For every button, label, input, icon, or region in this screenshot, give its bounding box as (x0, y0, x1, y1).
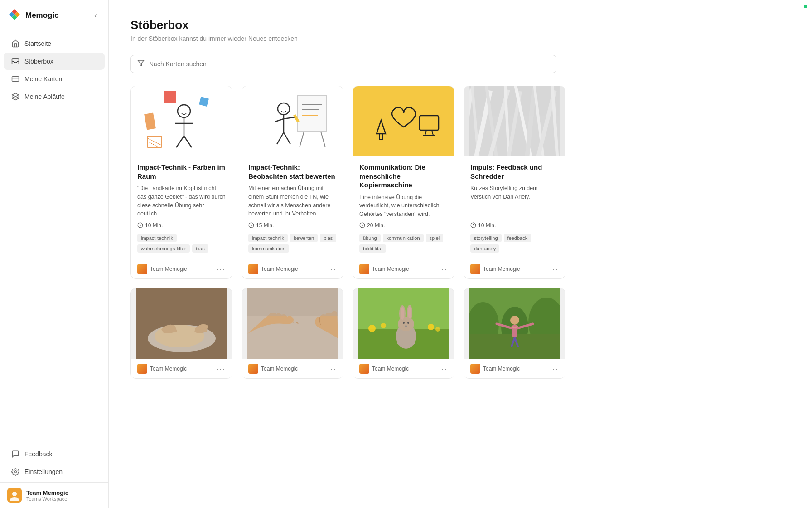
logo-area: Memogic (7, 8, 59, 23)
gear-icon (11, 467, 20, 476)
card-more-button-1[interactable]: ⋯ (216, 265, 226, 273)
card-author-1: Team Memogic (137, 264, 187, 274)
sidebar: Memogic ‹ Startseite Stöberbox (0, 0, 109, 508)
card-footer-6: Team Memogic ⋯ (242, 359, 343, 378)
tag: spiel (426, 234, 444, 242)
author-avatar-4 (470, 264, 480, 274)
card-body-1: Impact-Technik - Farben im Raum "Die Lan… (131, 156, 232, 259)
card-5[interactable]: Team Memogic ⋯ (130, 288, 232, 379)
card-3[interactable]: Kommunikation: Die menschliche Kopiermas… (353, 86, 454, 279)
card-duration-value-1: 10 Min. (145, 222, 163, 229)
card-title-2: Impact-Technik: Beobachten statt bewerte… (248, 163, 337, 181)
card-8[interactable]: Team Memogic ⋯ (464, 288, 566, 379)
author-avatar-3 (359, 264, 369, 274)
card-title-3: Kommunikation: Die menschliche Kopiermas… (359, 163, 448, 190)
memogic-logo-icon (7, 8, 22, 23)
user-profile[interactable]: Team Memogic Teams Workspace (0, 482, 108, 508)
card-image-4 (464, 86, 565, 156)
card-7[interactable]: Team Memogic ⋯ (353, 288, 454, 379)
sidebar-item-label: Einstellungen (24, 468, 63, 475)
card-more-button-5[interactable]: ⋯ (216, 365, 226, 373)
author-name-1: Team Memogic (150, 266, 187, 272)
card-desc-1: "Die Landkarte im Kopf ist nicht das gan… (137, 184, 226, 219)
sidebar-item-meine-karten[interactable]: Meine Karten (4, 70, 105, 88)
author-name-6: Team Memogic (261, 366, 298, 372)
svg-point-11 (12, 492, 17, 496)
card-body-4: Impuls: Feedback und Schredder Kurzes St… (464, 156, 565, 259)
tag: bias (192, 244, 208, 253)
card-4[interactable]: Impuls: Feedback und Schredder Kurzes St… (464, 86, 566, 279)
author-avatar-8 (470, 364, 480, 374)
collapse-sidebar-button[interactable]: ‹ (90, 10, 101, 21)
tag: dan-ariely (470, 244, 499, 253)
card-6[interactable]: Team Memogic ⋯ (242, 288, 343, 379)
tag: kommunikation (383, 234, 424, 242)
user-workspace: Teams Workspace (26, 496, 68, 502)
card-footer-5: Team Memogic ⋯ (131, 359, 232, 378)
card-more-button-2[interactable]: ⋯ (327, 265, 337, 273)
card-footer-7: Team Memogic ⋯ (353, 359, 454, 378)
clock-icon (248, 222, 254, 228)
filter-icon (137, 59, 145, 68)
page-subtitle: In der Stöberbox kannst du immer wieder … (130, 35, 790, 42)
sidebar-item-startseite[interactable]: Startseite (4, 35, 105, 52)
card-more-button-7[interactable]: ⋯ (438, 365, 448, 373)
card-author-6: Team Memogic (248, 364, 298, 374)
card-2[interactable]: Impact-Technik: Beobachten statt bewerte… (242, 86, 343, 279)
card-footer-8: Team Memogic ⋯ (464, 359, 565, 378)
card-footer-2: Team Memogic ⋯ (242, 259, 343, 278)
card-tags-1: impact-technik wahrnehmungs-filter bias (137, 234, 226, 253)
sidebar-item-label: Feedback (24, 450, 52, 458)
svg-point-93 (510, 316, 519, 325)
card-desc-4: Kurzes Storytelling zu dem Versuch von D… (470, 184, 559, 219)
sidebar-item-label: Stöberbox (24, 58, 53, 65)
card-1[interactable]: Impact-Technik - Farben im Raum "Die Lan… (130, 86, 232, 279)
card-body-2: Impact-Technik: Beobachten statt bewerte… (242, 156, 343, 259)
author-avatar-5 (137, 364, 147, 374)
svg-rect-28 (298, 96, 326, 131)
card-more-button-3[interactable]: ⋯ (438, 265, 448, 273)
sidebar-item-einstellungen[interactable]: Einstellungen (4, 463, 105, 480)
card-image-1 (131, 86, 232, 156)
card-author-5: Team Memogic (137, 364, 187, 374)
sidebar-item-stoberbox[interactable]: Stöberbox (4, 53, 105, 70)
tag: storytelling (470, 234, 502, 242)
card-title-4: Impuls: Feedback und Schredder (470, 163, 559, 181)
tag: wahrnehmungs-filter (137, 244, 190, 253)
card-duration-value-4: 10 Min. (478, 222, 496, 229)
card-title-1: Impact-Technik - Farben im Raum (137, 163, 226, 181)
svg-point-87 (408, 341, 415, 345)
home-icon (11, 39, 20, 48)
clock-icon (137, 222, 143, 228)
sidebar-item-meine-ablaufe[interactable]: Meine Abläufe (4, 88, 105, 105)
author-name-2: Team Memogic (261, 266, 298, 272)
card-author-7: Team Memogic (359, 364, 409, 374)
tag: kommunikation (248, 244, 289, 253)
author-avatar-2 (248, 264, 258, 274)
user-name: Team Memogic (26, 489, 68, 496)
sidebar-item-feedback[interactable]: Feedback (4, 445, 105, 463)
author-name-7: Team Memogic (372, 366, 409, 372)
sidebar-logo: Memogic ‹ (0, 0, 108, 31)
svg-marker-12 (138, 60, 144, 66)
card-tags-3: übung kommunikation spiel bilddiktat (359, 234, 448, 253)
search-input[interactable] (149, 60, 550, 68)
svg-point-86 (397, 341, 404, 345)
card-more-button-4[interactable]: ⋯ (549, 265, 559, 273)
card-image-5 (131, 288, 232, 359)
cards-icon (11, 74, 20, 83)
author-name-4: Team Memogic (483, 266, 520, 272)
tag: feedback (504, 234, 532, 242)
card-image-8 (464, 288, 565, 359)
sidebar-item-label: Meine Abläufe (24, 93, 65, 100)
card-more-button-6[interactable]: ⋯ (327, 365, 337, 373)
card-more-button-8[interactable]: ⋯ (549, 365, 559, 373)
card-author-3: Team Memogic (359, 264, 409, 274)
svg-marker-8 (12, 93, 19, 97)
tag: bilddiktat (359, 244, 386, 253)
svg-point-75 (381, 323, 386, 328)
card-duration-4: 10 Min. (470, 222, 559, 229)
card-duration-3: 20 Min. (359, 222, 448, 229)
sidebar-item-label: Startseite (24, 40, 51, 47)
card-duration-1: 10 Min. (137, 222, 226, 229)
